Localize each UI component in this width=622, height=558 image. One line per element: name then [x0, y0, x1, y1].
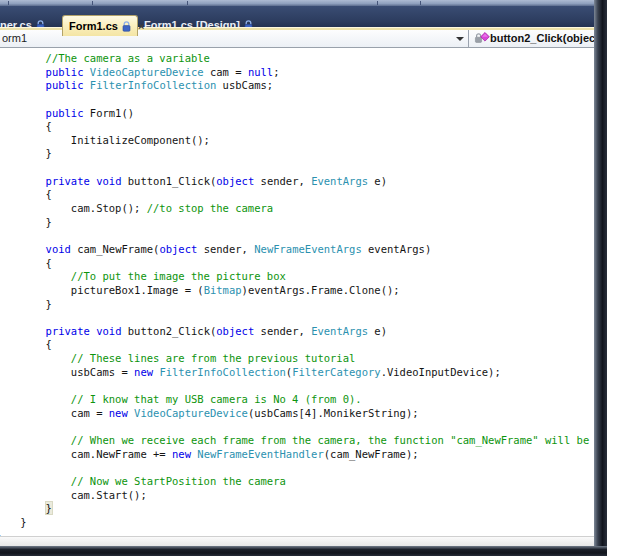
- code-line: pictureBox1.Image = (Bitmap)eventArgs.Fr…: [0, 284, 593, 298]
- vs-editor-window: ner.csForm1.cs×Form1.cs [Design] orm1 bu…: [0, 0, 622, 558]
- code-line: // Now we StartPosition the camera: [0, 475, 593, 489]
- code-line: {: [0, 188, 593, 202]
- toolbar-separator-tick: [420, 1, 421, 5]
- window-border-right: [594, 0, 607, 556]
- code-line: //The camera as a variable: [0, 52, 593, 66]
- code-line: // These lines are from the previous tut…: [0, 352, 593, 366]
- code-line: }: [0, 216, 593, 230]
- code-line: void cam_NewFrame(object sender, NewFram…: [0, 243, 593, 257]
- code-line: public Form1(): [0, 107, 593, 121]
- code-line: {: [0, 120, 593, 134]
- member-combobox-value: button2_Click(object sender: [490, 30, 594, 47]
- code-line: }: [0, 298, 593, 312]
- code-line: public FilterInfoCollection usbCams;: [0, 79, 593, 93]
- code-line: // When we receive each frame from the c…: [0, 434, 593, 448]
- code-line: cam = new VideoCaptureDevice(usbCams[4].…: [0, 407, 593, 421]
- code-line: private void button1_Click(object sender…: [0, 175, 593, 189]
- code-line: [0, 420, 593, 434]
- code-line: {: [0, 338, 593, 352]
- code-line: usbCams = new FilterInfoCollection(Filte…: [0, 366, 593, 380]
- tab-form1-cs[interactable]: Form1.cs×: [62, 15, 138, 36]
- code-line: public VideoCaptureDevice cam = null;: [0, 66, 593, 80]
- code-line: }: [0, 516, 593, 530]
- code-line: }: [0, 147, 593, 161]
- toolbar-separator-tick: [8, 1, 9, 5]
- dropdown-arrow-icon[interactable]: [456, 37, 464, 41]
- method-icon: [474, 32, 490, 45]
- toolbar-separator-tick: [92, 1, 93, 5]
- type-combobox-value: orm1: [2, 30, 27, 47]
- code-line: [0, 311, 593, 325]
- code-line: cam.NewFrame += new NewFrameEventHandler…: [0, 448, 593, 462]
- lock-icon: [122, 21, 131, 32]
- window-border-bottom: [0, 546, 607, 556]
- toolbar-separator-tick: [377, 1, 378, 5]
- code-line: [0, 379, 593, 393]
- code-line: InitializeComponent();: [0, 134, 593, 148]
- tab-strip: ner.csForm1.cs×Form1.cs [Design]: [0, 6, 594, 28]
- code-line: cam.Start();: [0, 489, 593, 503]
- code-line: private void button2_Click(object sender…: [0, 325, 593, 339]
- code-editor[interactable]: //The camera as a variable public VideoC…: [0, 48, 593, 536]
- code-line: [0, 461, 593, 475]
- code-line: cam.Stop(); //to stop the camera: [0, 202, 593, 216]
- toolbar-separator-tick: [187, 1, 188, 5]
- close-icon[interactable]: ×: [138, 21, 144, 31]
- code-line: //To put the image the picture box: [0, 270, 593, 284]
- code-line: [0, 229, 593, 243]
- code-line: }: [0, 529, 593, 536]
- code-line: [0, 161, 593, 175]
- code-line: [0, 93, 593, 107]
- code-area: //The camera as a variable public VideoC…: [0, 52, 593, 536]
- code-line: // I know that my USB camera is No 4 (fr…: [0, 393, 593, 407]
- tab-label: Form1.cs: [69, 20, 118, 32]
- code-line: {: [0, 257, 593, 271]
- member-combobox[interactable]: button2_Click(object sender: [469, 30, 594, 47]
- horizontal-scrollbar[interactable]: [0, 536, 594, 546]
- code-line: }: [0, 502, 593, 516]
